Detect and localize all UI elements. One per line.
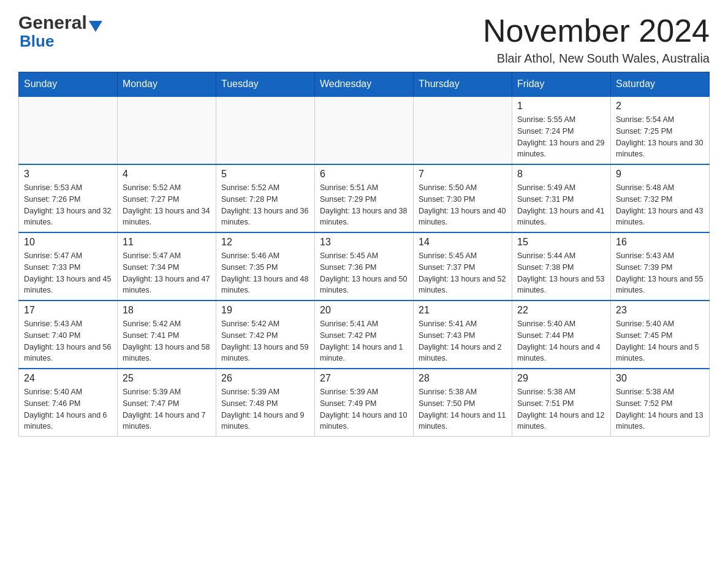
- calendar-cell: 8Sunrise: 5:49 AMSunset: 7:31 PMDaylight…: [512, 164, 611, 232]
- weekday-header-saturday: Saturday: [611, 72, 710, 97]
- day-info: Sunrise: 5:38 AMSunset: 7:52 PMDaylight:…: [616, 386, 704, 432]
- day-number: 27: [320, 373, 408, 384]
- day-number: 5: [221, 169, 309, 180]
- day-info: Sunrise: 5:54 AMSunset: 7:25 PMDaylight:…: [616, 114, 704, 160]
- weekday-header-thursday: Thursday: [414, 72, 512, 97]
- calendar-cell: 18Sunrise: 5:42 AMSunset: 7:41 PMDayligh…: [118, 301, 216, 369]
- logo-general-text: General: [18, 12, 87, 33]
- calendar-cell: 19Sunrise: 5:42 AMSunset: 7:42 PMDayligh…: [216, 301, 315, 369]
- day-info: Sunrise: 5:42 AMSunset: 7:41 PMDaylight:…: [123, 318, 211, 364]
- calendar-cell: 21Sunrise: 5:41 AMSunset: 7:43 PMDayligh…: [414, 301, 512, 369]
- day-number: 14: [419, 237, 507, 248]
- calendar-cell: 23Sunrise: 5:40 AMSunset: 7:45 PMDayligh…: [611, 301, 710, 369]
- calendar-cell: 24Sunrise: 5:40 AMSunset: 7:46 PMDayligh…: [19, 369, 118, 437]
- day-number: 11: [123, 237, 211, 248]
- title-block: November 2024 Blair Athol, New South Wal…: [483, 12, 710, 66]
- calendar-cell: 4Sunrise: 5:52 AMSunset: 7:27 PMDaylight…: [118, 164, 216, 232]
- day-number: 2: [616, 101, 704, 112]
- calendar-cell: 7Sunrise: 5:50 AMSunset: 7:30 PMDaylight…: [414, 164, 512, 232]
- calendar-subtitle: Blair Athol, New South Wales, Australia: [483, 52, 710, 66]
- day-info: Sunrise: 5:47 AMSunset: 7:33 PMDaylight:…: [24, 250, 112, 296]
- calendar-week-1: 1Sunrise: 5:55 AMSunset: 7:24 PMDaylight…: [19, 96, 710, 164]
- day-number: 22: [517, 305, 605, 316]
- day-info: Sunrise: 5:48 AMSunset: 7:32 PMDaylight:…: [616, 182, 704, 228]
- day-number: 28: [419, 373, 507, 384]
- day-number: 13: [320, 237, 408, 248]
- calendar-cell: 14Sunrise: 5:45 AMSunset: 7:37 PMDayligh…: [414, 232, 512, 301]
- day-number: 8: [517, 169, 605, 180]
- calendar-cell: 28Sunrise: 5:38 AMSunset: 7:50 PMDayligh…: [414, 369, 512, 437]
- day-number: 10: [24, 237, 112, 248]
- day-info: Sunrise: 5:40 AMSunset: 7:45 PMDaylight:…: [616, 318, 704, 364]
- day-number: 19: [221, 305, 309, 316]
- day-number: 16: [616, 237, 704, 248]
- logo-blue-text: Blue: [20, 32, 54, 51]
- day-number: 20: [320, 305, 408, 316]
- day-info: Sunrise: 5:53 AMSunset: 7:26 PMDaylight:…: [24, 182, 112, 228]
- day-info: Sunrise: 5:43 AMSunset: 7:40 PMDaylight:…: [24, 318, 112, 364]
- day-info: Sunrise: 5:46 AMSunset: 7:35 PMDaylight:…: [221, 250, 309, 296]
- day-number: 18: [123, 305, 211, 316]
- page-header: General Blue November 2024 Blair Athol, …: [18, 12, 710, 66]
- calendar-cell: [19, 96, 118, 164]
- day-number: 3: [24, 169, 112, 180]
- calendar-cell: 10Sunrise: 5:47 AMSunset: 7:33 PMDayligh…: [19, 232, 118, 301]
- day-number: 12: [221, 237, 309, 248]
- day-number: 26: [221, 373, 309, 384]
- day-info: Sunrise: 5:39 AMSunset: 7:47 PMDaylight:…: [123, 386, 211, 432]
- weekday-header-tuesday: Tuesday: [216, 72, 315, 97]
- calendar-cell: 11Sunrise: 5:47 AMSunset: 7:34 PMDayligh…: [118, 232, 216, 301]
- day-info: Sunrise: 5:43 AMSunset: 7:39 PMDaylight:…: [616, 250, 704, 296]
- calendar-week-5: 24Sunrise: 5:40 AMSunset: 7:46 PMDayligh…: [19, 369, 710, 437]
- day-info: Sunrise: 5:47 AMSunset: 7:34 PMDaylight:…: [123, 250, 211, 296]
- calendar-cell: [315, 96, 414, 164]
- day-info: Sunrise: 5:39 AMSunset: 7:49 PMDaylight:…: [320, 386, 408, 432]
- day-number: 21: [419, 305, 507, 316]
- calendar-cell: 17Sunrise: 5:43 AMSunset: 7:40 PMDayligh…: [19, 301, 118, 369]
- day-info: Sunrise: 5:52 AMSunset: 7:28 PMDaylight:…: [221, 182, 309, 228]
- day-number: 4: [123, 169, 211, 180]
- day-info: Sunrise: 5:38 AMSunset: 7:51 PMDaylight:…: [517, 386, 605, 432]
- calendar-title: November 2024: [483, 12, 710, 49]
- calendar-cell: 25Sunrise: 5:39 AMSunset: 7:47 PMDayligh…: [118, 369, 216, 437]
- day-info: Sunrise: 5:45 AMSunset: 7:37 PMDaylight:…: [419, 250, 507, 296]
- day-info: Sunrise: 5:42 AMSunset: 7:42 PMDaylight:…: [221, 318, 309, 364]
- calendar-table: SundayMondayTuesdayWednesdayThursdayFrid…: [18, 72, 710, 437]
- day-number: 9: [616, 169, 704, 180]
- calendar-cell: [216, 96, 315, 164]
- day-info: Sunrise: 5:39 AMSunset: 7:48 PMDaylight:…: [221, 386, 309, 432]
- day-info: Sunrise: 5:50 AMSunset: 7:30 PMDaylight:…: [419, 182, 507, 228]
- calendar-cell: 12Sunrise: 5:46 AMSunset: 7:35 PMDayligh…: [216, 232, 315, 301]
- calendar-week-3: 10Sunrise: 5:47 AMSunset: 7:33 PMDayligh…: [19, 232, 710, 301]
- day-number: 6: [320, 169, 408, 180]
- calendar-cell: 16Sunrise: 5:43 AMSunset: 7:39 PMDayligh…: [611, 232, 710, 301]
- calendar-cell: 22Sunrise: 5:40 AMSunset: 7:44 PMDayligh…: [512, 301, 611, 369]
- day-info: Sunrise: 5:55 AMSunset: 7:24 PMDaylight:…: [517, 114, 605, 160]
- day-number: 1: [517, 101, 605, 112]
- day-info: Sunrise: 5:41 AMSunset: 7:43 PMDaylight:…: [419, 318, 507, 364]
- calendar-cell: 27Sunrise: 5:39 AMSunset: 7:49 PMDayligh…: [315, 369, 414, 437]
- day-info: Sunrise: 5:51 AMSunset: 7:29 PMDaylight:…: [320, 182, 408, 228]
- calendar-cell: 5Sunrise: 5:52 AMSunset: 7:28 PMDaylight…: [216, 164, 315, 232]
- day-info: Sunrise: 5:40 AMSunset: 7:44 PMDaylight:…: [517, 318, 605, 364]
- day-info: Sunrise: 5:38 AMSunset: 7:50 PMDaylight:…: [419, 386, 507, 432]
- calendar-cell: 30Sunrise: 5:38 AMSunset: 7:52 PMDayligh…: [611, 369, 710, 437]
- calendar-cell: 1Sunrise: 5:55 AMSunset: 7:24 PMDaylight…: [512, 96, 611, 164]
- logo: General Blue: [18, 12, 102, 51]
- day-info: Sunrise: 5:44 AMSunset: 7:38 PMDaylight:…: [517, 250, 605, 296]
- calendar-week-2: 3Sunrise: 5:53 AMSunset: 7:26 PMDaylight…: [19, 164, 710, 232]
- weekday-header-friday: Friday: [512, 72, 611, 97]
- day-number: 24: [24, 373, 112, 384]
- calendar-cell: 9Sunrise: 5:48 AMSunset: 7:32 PMDaylight…: [611, 164, 710, 232]
- day-info: Sunrise: 5:49 AMSunset: 7:31 PMDaylight:…: [517, 182, 605, 228]
- day-info: Sunrise: 5:40 AMSunset: 7:46 PMDaylight:…: [24, 386, 112, 432]
- calendar-cell: 2Sunrise: 5:54 AMSunset: 7:25 PMDaylight…: [611, 96, 710, 164]
- calendar-cell: 29Sunrise: 5:38 AMSunset: 7:51 PMDayligh…: [512, 369, 611, 437]
- weekday-header-wednesday: Wednesday: [315, 72, 414, 97]
- calendar-cell: [118, 96, 216, 164]
- day-info: Sunrise: 5:41 AMSunset: 7:42 PMDaylight:…: [320, 318, 408, 364]
- calendar-cell: 15Sunrise: 5:44 AMSunset: 7:38 PMDayligh…: [512, 232, 611, 301]
- day-number: 17: [24, 305, 112, 316]
- calendar-cell: 3Sunrise: 5:53 AMSunset: 7:26 PMDaylight…: [19, 164, 118, 232]
- weekday-header-row: SundayMondayTuesdayWednesdayThursdayFrid…: [19, 72, 710, 97]
